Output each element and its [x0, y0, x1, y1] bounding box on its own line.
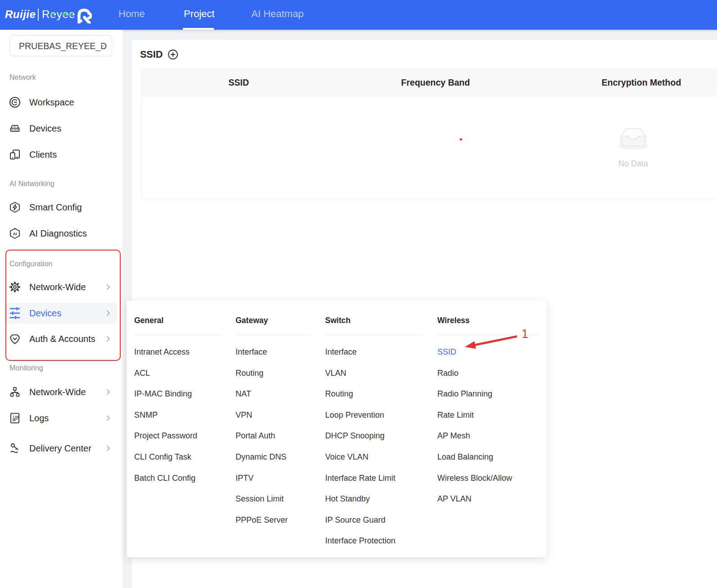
svg-text:AI: AI: [13, 232, 17, 236]
svg-text:Log: Log: [13, 415, 19, 419]
